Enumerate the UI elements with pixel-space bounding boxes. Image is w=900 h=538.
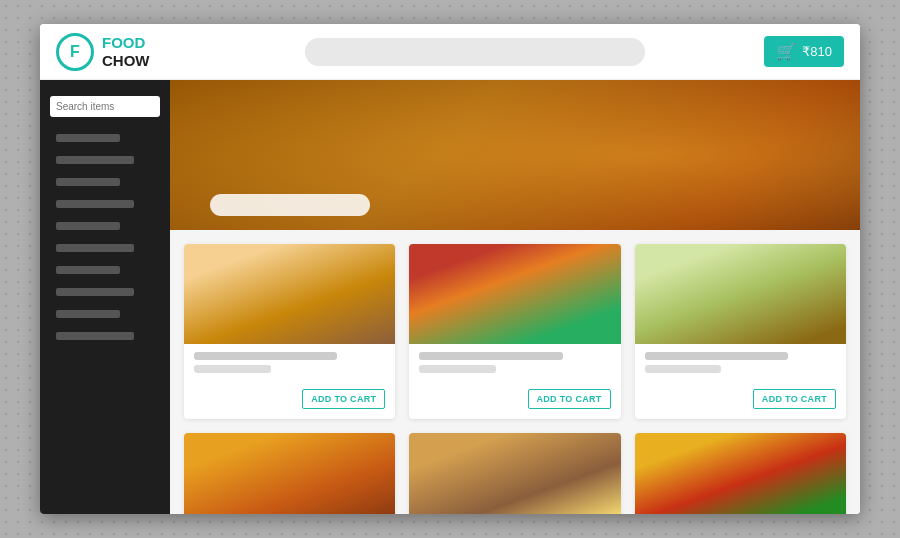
food-card: ADD TO CART — [409, 433, 620, 514]
food-image — [409, 433, 620, 514]
logo-icon: F — [56, 33, 94, 71]
header-search-area — [206, 38, 744, 66]
food-name — [194, 352, 337, 360]
sidebar-item-combos[interactable] — [40, 303, 170, 325]
food-image — [409, 244, 620, 344]
sidebar-item-specials[interactable] — [40, 325, 170, 347]
food-card: ADD TO CART — [635, 244, 846, 419]
food-card: ADD TO CART — [184, 433, 395, 514]
add-to-cart-button[interactable]: ADD TO CART — [302, 389, 385, 409]
content-area: ADD TO CART ADD TO CART — [170, 80, 860, 514]
sidebar-item-drinks[interactable] — [40, 259, 170, 281]
food-image — [184, 244, 395, 344]
cart-amount: ₹810 — [802, 44, 832, 59]
food-image — [635, 433, 846, 514]
logo-text: Food Chow — [102, 34, 150, 70]
add-to-cart-button[interactable]: ADD TO CART — [528, 389, 611, 409]
sidebar-item-salads[interactable] — [40, 193, 170, 215]
food-card-body — [184, 344, 395, 389]
sidebar: 🔍 — [40, 80, 170, 514]
food-card-footer: ADD TO CART — [409, 389, 620, 419]
cart-icon: 🛒 — [776, 42, 796, 61]
food-price — [419, 365, 496, 373]
food-card: ADD TO CART — [184, 244, 395, 419]
sidebar-search[interactable]: 🔍 — [50, 96, 160, 117]
hero-search-bar[interactable] — [210, 194, 370, 216]
food-price — [645, 365, 722, 373]
cart-button[interactable]: 🛒 ₹810 — [764, 36, 844, 67]
hero-banner — [170, 80, 860, 230]
food-card-footer: ADD TO CART — [184, 389, 395, 419]
food-name — [645, 352, 788, 360]
food-card-body — [635, 344, 846, 389]
food-image — [635, 244, 846, 344]
sidebar-item-desserts[interactable] — [40, 237, 170, 259]
food-name — [419, 352, 562, 360]
app-window: F Food Chow 🛒 ₹810 🔍 — [40, 24, 860, 514]
header-search-bar — [305, 38, 645, 66]
sidebar-search-input[interactable] — [56, 101, 170, 112]
food-card: ADD TO CART — [409, 244, 620, 419]
sidebar-item-pizza[interactable] — [40, 149, 170, 171]
sidebar-item-burgers[interactable] — [40, 127, 170, 149]
header: F Food Chow 🛒 ₹810 — [40, 24, 860, 80]
sidebar-item-pasta[interactable] — [40, 171, 170, 193]
sidebar-item-wraps[interactable] — [40, 215, 170, 237]
add-to-cart-button[interactable]: ADD TO CART — [753, 389, 836, 409]
logo: F Food Chow — [56, 33, 186, 71]
food-card-body — [409, 344, 620, 389]
food-image — [184, 433, 395, 514]
food-price — [194, 365, 271, 373]
food-items-grid: ADD TO CART ADD TO CART — [170, 230, 860, 514]
sidebar-item-snacks[interactable] — [40, 281, 170, 303]
food-card: ADD TO CART — [635, 433, 846, 514]
main-content: 🔍 — [40, 80, 860, 514]
food-card-footer: ADD TO CART — [635, 389, 846, 419]
